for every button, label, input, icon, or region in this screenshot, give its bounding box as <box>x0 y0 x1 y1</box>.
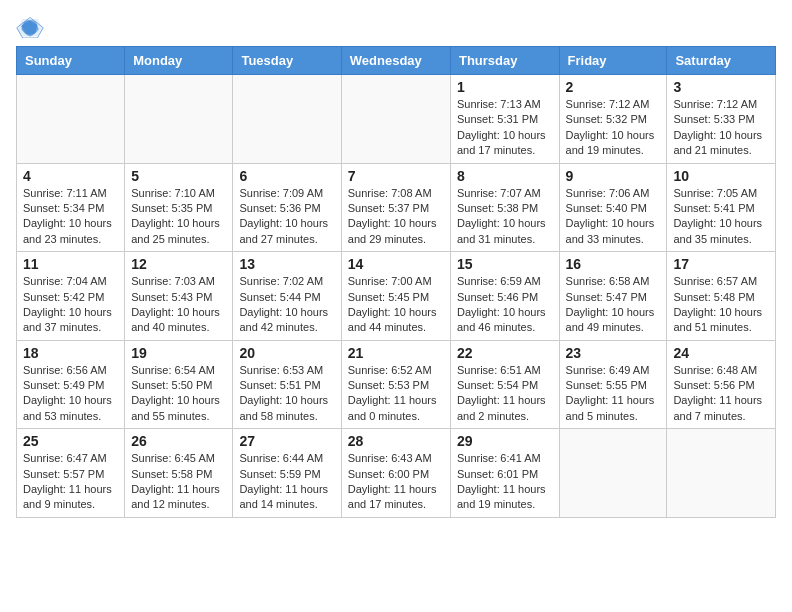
day-info: Sunrise: 6:54 AMSunset: 5:50 PMDaylight:… <box>131 363 226 425</box>
day-cell: 17Sunrise: 6:57 AMSunset: 5:48 PMDayligh… <box>667 252 776 341</box>
day-cell: 5Sunrise: 7:10 AMSunset: 5:35 PMDaylight… <box>125 163 233 252</box>
day-info: Sunrise: 6:53 AMSunset: 5:51 PMDaylight:… <box>239 363 334 425</box>
day-cell <box>17 75 125 164</box>
day-number: 2 <box>566 79 661 95</box>
day-info: Sunrise: 6:41 AMSunset: 6:01 PMDaylight:… <box>457 451 553 513</box>
day-cell <box>667 429 776 518</box>
day-number: 16 <box>566 256 661 272</box>
day-info: Sunrise: 7:04 AMSunset: 5:42 PMDaylight:… <box>23 274 118 336</box>
week-row-0: 1Sunrise: 7:13 AMSunset: 5:31 PMDaylight… <box>17 75 776 164</box>
day-info: Sunrise: 6:49 AMSunset: 5:55 PMDaylight:… <box>566 363 661 425</box>
day-number: 14 <box>348 256 444 272</box>
calendar-table: SundayMondayTuesdayWednesdayThursdayFrid… <box>16 46 776 518</box>
day-cell: 29Sunrise: 6:41 AMSunset: 6:01 PMDayligh… <box>450 429 559 518</box>
day-info: Sunrise: 7:00 AMSunset: 5:45 PMDaylight:… <box>348 274 444 336</box>
day-number: 29 <box>457 433 553 449</box>
day-number: 9 <box>566 168 661 184</box>
header-monday: Monday <box>125 47 233 75</box>
header-tuesday: Tuesday <box>233 47 341 75</box>
header-thursday: Thursday <box>450 47 559 75</box>
header-area <box>16 16 776 38</box>
day-number: 24 <box>673 345 769 361</box>
day-cell <box>341 75 450 164</box>
day-number: 6 <box>239 168 334 184</box>
day-number: 28 <box>348 433 444 449</box>
day-cell: 10Sunrise: 7:05 AMSunset: 5:41 PMDayligh… <box>667 163 776 252</box>
day-number: 3 <box>673 79 769 95</box>
day-cell: 18Sunrise: 6:56 AMSunset: 5:49 PMDayligh… <box>17 340 125 429</box>
header-row: SundayMondayTuesdayWednesdayThursdayFrid… <box>17 47 776 75</box>
day-number: 12 <box>131 256 226 272</box>
day-number: 22 <box>457 345 553 361</box>
day-cell <box>125 75 233 164</box>
header-wednesday: Wednesday <box>341 47 450 75</box>
day-number: 10 <box>673 168 769 184</box>
day-number: 25 <box>23 433 118 449</box>
day-info: Sunrise: 7:05 AMSunset: 5:41 PMDaylight:… <box>673 186 769 248</box>
week-row-2: 11Sunrise: 7:04 AMSunset: 5:42 PMDayligh… <box>17 252 776 341</box>
day-info: Sunrise: 7:09 AMSunset: 5:36 PMDaylight:… <box>239 186 334 248</box>
day-cell: 22Sunrise: 6:51 AMSunset: 5:54 PMDayligh… <box>450 340 559 429</box>
day-number: 15 <box>457 256 553 272</box>
day-cell: 1Sunrise: 7:13 AMSunset: 5:31 PMDaylight… <box>450 75 559 164</box>
day-cell: 16Sunrise: 6:58 AMSunset: 5:47 PMDayligh… <box>559 252 667 341</box>
day-cell <box>559 429 667 518</box>
day-cell: 27Sunrise: 6:44 AMSunset: 5:59 PMDayligh… <box>233 429 341 518</box>
day-cell: 6Sunrise: 7:09 AMSunset: 5:36 PMDaylight… <box>233 163 341 252</box>
logo <box>16 16 48 38</box>
day-number: 21 <box>348 345 444 361</box>
day-info: Sunrise: 6:56 AMSunset: 5:49 PMDaylight:… <box>23 363 118 425</box>
day-info: Sunrise: 7:11 AMSunset: 5:34 PMDaylight:… <box>23 186 118 248</box>
day-info: Sunrise: 7:13 AMSunset: 5:31 PMDaylight:… <box>457 97 553 159</box>
day-number: 23 <box>566 345 661 361</box>
day-cell: 7Sunrise: 7:08 AMSunset: 5:37 PMDaylight… <box>341 163 450 252</box>
day-number: 27 <box>239 433 334 449</box>
header-sunday: Sunday <box>17 47 125 75</box>
day-cell: 2Sunrise: 7:12 AMSunset: 5:32 PMDaylight… <box>559 75 667 164</box>
day-cell: 9Sunrise: 7:06 AMSunset: 5:40 PMDaylight… <box>559 163 667 252</box>
day-info: Sunrise: 6:43 AMSunset: 6:00 PMDaylight:… <box>348 451 444 513</box>
day-cell: 21Sunrise: 6:52 AMSunset: 5:53 PMDayligh… <box>341 340 450 429</box>
day-number: 8 <box>457 168 553 184</box>
day-cell: 24Sunrise: 6:48 AMSunset: 5:56 PMDayligh… <box>667 340 776 429</box>
day-info: Sunrise: 6:44 AMSunset: 5:59 PMDaylight:… <box>239 451 334 513</box>
day-number: 5 <box>131 168 226 184</box>
week-row-3: 18Sunrise: 6:56 AMSunset: 5:49 PMDayligh… <box>17 340 776 429</box>
day-number: 17 <box>673 256 769 272</box>
week-row-1: 4Sunrise: 7:11 AMSunset: 5:34 PMDaylight… <box>17 163 776 252</box>
week-row-4: 25Sunrise: 6:47 AMSunset: 5:57 PMDayligh… <box>17 429 776 518</box>
day-cell: 3Sunrise: 7:12 AMSunset: 5:33 PMDaylight… <box>667 75 776 164</box>
day-info: Sunrise: 6:45 AMSunset: 5:58 PMDaylight:… <box>131 451 226 513</box>
header-friday: Friday <box>559 47 667 75</box>
day-number: 13 <box>239 256 334 272</box>
day-number: 1 <box>457 79 553 95</box>
day-info: Sunrise: 6:52 AMSunset: 5:53 PMDaylight:… <box>348 363 444 425</box>
day-number: 18 <box>23 345 118 361</box>
day-cell: 19Sunrise: 6:54 AMSunset: 5:50 PMDayligh… <box>125 340 233 429</box>
day-info: Sunrise: 7:12 AMSunset: 5:32 PMDaylight:… <box>566 97 661 159</box>
day-cell: 14Sunrise: 7:00 AMSunset: 5:45 PMDayligh… <box>341 252 450 341</box>
day-number: 20 <box>239 345 334 361</box>
day-info: Sunrise: 6:48 AMSunset: 5:56 PMDaylight:… <box>673 363 769 425</box>
day-info: Sunrise: 7:08 AMSunset: 5:37 PMDaylight:… <box>348 186 444 248</box>
day-info: Sunrise: 6:58 AMSunset: 5:47 PMDaylight:… <box>566 274 661 336</box>
day-number: 19 <box>131 345 226 361</box>
day-info: Sunrise: 7:06 AMSunset: 5:40 PMDaylight:… <box>566 186 661 248</box>
day-info: Sunrise: 6:47 AMSunset: 5:57 PMDaylight:… <box>23 451 118 513</box>
day-cell: 11Sunrise: 7:04 AMSunset: 5:42 PMDayligh… <box>17 252 125 341</box>
day-cell: 4Sunrise: 7:11 AMSunset: 5:34 PMDaylight… <box>17 163 125 252</box>
day-cell: 8Sunrise: 7:07 AMSunset: 5:38 PMDaylight… <box>450 163 559 252</box>
logo-icon <box>16 16 44 38</box>
day-cell: 26Sunrise: 6:45 AMSunset: 5:58 PMDayligh… <box>125 429 233 518</box>
day-info: Sunrise: 7:07 AMSunset: 5:38 PMDaylight:… <box>457 186 553 248</box>
day-cell: 23Sunrise: 6:49 AMSunset: 5:55 PMDayligh… <box>559 340 667 429</box>
day-cell: 12Sunrise: 7:03 AMSunset: 5:43 PMDayligh… <box>125 252 233 341</box>
day-info: Sunrise: 7:10 AMSunset: 5:35 PMDaylight:… <box>131 186 226 248</box>
day-info: Sunrise: 7:02 AMSunset: 5:44 PMDaylight:… <box>239 274 334 336</box>
day-cell: 28Sunrise: 6:43 AMSunset: 6:00 PMDayligh… <box>341 429 450 518</box>
day-number: 7 <box>348 168 444 184</box>
day-cell: 20Sunrise: 6:53 AMSunset: 5:51 PMDayligh… <box>233 340 341 429</box>
day-number: 26 <box>131 433 226 449</box>
day-cell: 13Sunrise: 7:02 AMSunset: 5:44 PMDayligh… <box>233 252 341 341</box>
day-info: Sunrise: 6:59 AMSunset: 5:46 PMDaylight:… <box>457 274 553 336</box>
